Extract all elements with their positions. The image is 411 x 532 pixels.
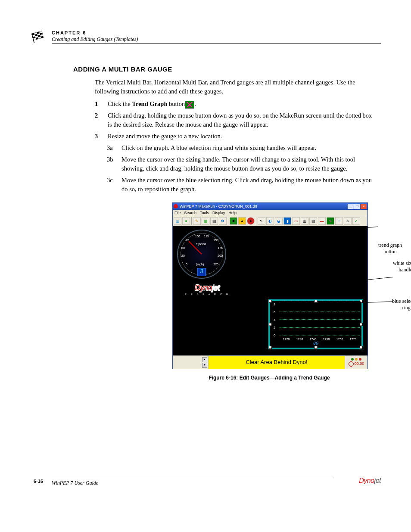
toolbar-button[interactable]: ⁘ xyxy=(335,217,343,225)
footer-logo: Dynojet xyxy=(359,477,381,485)
toolbar-button[interactable]: ✎ xyxy=(193,217,201,225)
menu-search[interactable]: Search xyxy=(184,210,197,216)
menu-help[interactable]: Help xyxy=(229,210,237,216)
toolbar-button[interactable]: ▤ xyxy=(309,217,317,225)
figure-caption: Figure 6-16: Edit Gauges—Adding a Trend … xyxy=(108,374,411,382)
led-green-icon xyxy=(351,358,354,361)
speedometer-gauge[interactable]: 0 25 50 75 100 125 150 175 200 225 Speed… xyxy=(177,230,226,279)
status-right-panel: 00:00 xyxy=(345,356,367,369)
status-left-panel: ▲ ▼ xyxy=(173,356,209,369)
resize-handle[interactable] xyxy=(360,323,363,326)
spinner-up-button[interactable]: ▲ xyxy=(202,357,207,362)
chart-bottom-value: 00 xyxy=(313,341,318,347)
resize-handle[interactable] xyxy=(269,300,272,303)
toolbar-button[interactable]: ◒ xyxy=(275,217,283,225)
checkered-flag-icon xyxy=(30,30,47,43)
toolbar-button[interactable]: ◐ xyxy=(266,217,274,225)
substep-label: 3a xyxy=(107,143,115,152)
step-3c-text: Move the cursor over the blue selection … xyxy=(121,176,372,194)
menu-tools[interactable]: Tools xyxy=(200,210,209,216)
close-button[interactable]: × xyxy=(361,204,367,209)
minimize-button[interactable]: _ xyxy=(348,204,354,209)
toolbar-trend-graph-button[interactable]: ∿ xyxy=(327,217,334,225)
step-2-text: Click and drag, holding the mouse button… xyxy=(108,111,372,129)
toolbar-button[interactable]: ▭ xyxy=(292,217,300,225)
chapter-subtitle: Creating and Editing Gauges (Templates) xyxy=(52,36,381,43)
window-titlebar[interactable]: WinPEP 7 MakeRun - C:\DYNORUN_001.drf _ … xyxy=(173,203,367,210)
toolbar-button[interactable]: ✿ xyxy=(219,217,227,225)
toolbar-button[interactable]: ▥ xyxy=(301,217,308,225)
led-amber-icon xyxy=(355,358,358,361)
app-window: WinPEP 7 MakeRun - C:\DYNORUN_001.drf _ … xyxy=(172,202,368,369)
substep-label: 3b xyxy=(107,155,115,164)
toolbar-cursor-button[interactable]: ↖ xyxy=(258,217,265,225)
led-red-icon xyxy=(359,358,361,361)
resize-handle[interactable] xyxy=(360,346,363,349)
spinner-down-button[interactable]: ▼ xyxy=(202,363,207,368)
chapter-label: CHAPTER 6 xyxy=(52,30,381,35)
callout-sizing-handle: white sizinghandle xyxy=(393,260,411,273)
callout-selection-ring: blue selectionring xyxy=(392,298,411,311)
toolbar-button[interactable]: ▤ xyxy=(210,217,218,225)
toolbar-button[interactable]: ▬ xyxy=(318,217,326,225)
resize-handle[interactable] xyxy=(269,346,272,349)
resize-handle[interactable] xyxy=(314,300,318,303)
intro-paragraph: The Vertical Multi Bar, Horizontal Multi… xyxy=(95,78,372,96)
step-number: 2 xyxy=(95,111,103,120)
section-title: ADDING A MULTI BAR GAUGE xyxy=(73,65,381,73)
page-header: CHAPTER 6 Creating and Editing Gauges (T… xyxy=(30,30,381,44)
step-number: 3 xyxy=(95,132,103,141)
trend-gauge[interactable]: 8 6 4 2 0 1720 1730 1740 1750 1760 1770 xyxy=(268,299,363,349)
page-number: 6-16 xyxy=(34,479,43,484)
step-3a-text: Click on the graph. A blue selection rin… xyxy=(121,143,372,152)
guide-name: WinPEP 7 User Guide xyxy=(52,480,381,486)
step-number: 1 xyxy=(95,100,103,109)
toolbar-button[interactable]: ■ xyxy=(230,217,237,225)
toolbar-button[interactable]: ▦ xyxy=(202,217,209,225)
step-3-text: Resize and move the gauge to a new locat… xyxy=(108,132,372,141)
toolbar-button[interactable]: ▲ xyxy=(238,217,246,225)
app-icon xyxy=(174,204,178,208)
menu-file[interactable]: File xyxy=(174,210,181,216)
stopwatch-icon xyxy=(349,361,354,367)
toolbar-text-button[interactable]: A xyxy=(344,217,352,225)
toolbar-button[interactable]: ▮ xyxy=(283,217,291,225)
step-1-text: Click the Trend Graph button. xyxy=(108,100,372,109)
maximize-button[interactable]: □ xyxy=(354,204,360,209)
callout-trend-button: trend graphbutton xyxy=(378,242,402,255)
substep-label: 3c xyxy=(107,176,115,185)
gauge-value: 8 xyxy=(197,268,206,276)
toolbar-button[interactable]: ● xyxy=(247,217,255,225)
status-message: Clear Area Behind Dyno! xyxy=(209,356,345,369)
toolbar[interactable]: ▥ ● ✎ ▦ ▤ ✿ ■ ▲ ● ↖ ◐ ◒ ▮ ▭ xyxy=(173,216,367,226)
toolbar-button[interactable]: ▥ xyxy=(174,217,181,225)
menu-display[interactable]: Display xyxy=(212,210,225,216)
makerun-canvas[interactable]: 0 25 50 75 100 125 150 175 200 225 Speed… xyxy=(173,226,367,355)
dynojet-logo: Dynojet R E S E A R C H xyxy=(177,282,237,296)
resize-handle[interactable] xyxy=(269,323,272,326)
toolbar-button[interactable]: ● xyxy=(182,217,190,225)
step-3b-text: Move the cursor over the sizing handle. … xyxy=(121,155,372,173)
timer-value: 00:00 xyxy=(355,361,364,367)
trend-graph-icon xyxy=(185,101,194,109)
menubar[interactable]: File Search Tools Display Help xyxy=(173,210,367,216)
toolbar-button[interactable]: ✔ xyxy=(352,217,360,225)
page-footer: 6-16 Dynojet WinPEP 7 User Guide xyxy=(30,477,381,486)
chart-plot-area xyxy=(280,303,360,336)
window-title: WinPEP 7 MakeRun - C:\DYNORUN_001.drf xyxy=(180,204,257,209)
